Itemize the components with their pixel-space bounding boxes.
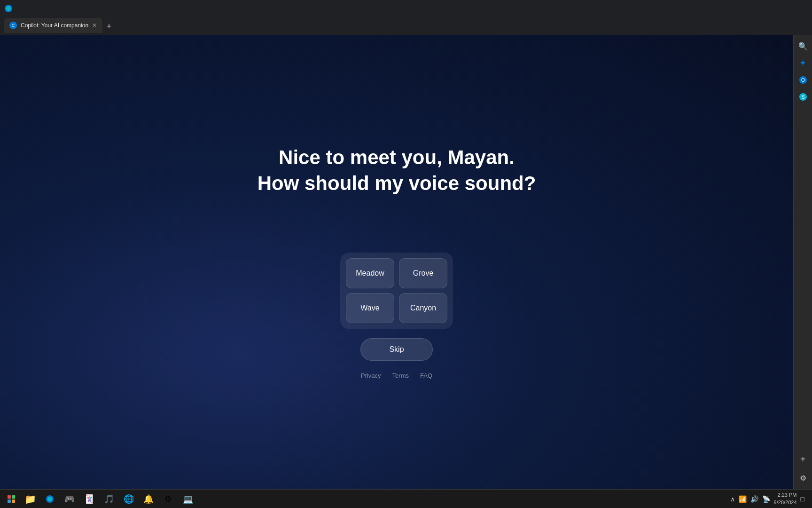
sidebar-search-icon[interactable]: 🔍 (796, 39, 811, 54)
taskbar-terminal[interactable]: 💻 (179, 490, 197, 508)
footer-links: Privacy Terms FAQ (361, 372, 432, 379)
tab-close-button[interactable]: ✕ (92, 22, 97, 29)
taskbar-notifications[interactable]: 🔔 (139, 490, 158, 508)
tab-favicon: C (9, 22, 17, 29)
sidebar-outlook-icon[interactable]: O (796, 72, 811, 87)
taskbar-music[interactable]: 🎵 (100, 490, 118, 508)
start-square-2 (12, 495, 15, 499)
skip-button[interactable]: Skip (360, 338, 432, 361)
title-bar (0, 0, 812, 17)
taskbar-icons: 📁 🎮 🃏 🎵 🌐 🔔 ⚙ 💻 (21, 490, 728, 508)
start-icon (8, 495, 15, 503)
privacy-link[interactable]: Privacy (361, 372, 381, 379)
voice-options-grid: Meadow Grove Wave Canyon (340, 253, 453, 329)
main-heading: Nice to meet you, Mayan. How should my v… (258, 145, 536, 196)
system-clock[interactable]: 2:23 PM 9/28/2024 (774, 492, 797, 506)
taskbar-gamecard[interactable]: 🃏 (80, 490, 99, 508)
window-controls (4, 4, 13, 13)
new-tab-button[interactable]: + (102, 20, 116, 33)
taskbar: 📁 🎮 🃏 🎵 🌐 🔔 ⚙ 💻 ∧ 📶 🔊 📡 2:23 PM 9/28/202… (0, 489, 812, 508)
system-tray-speaker[interactable]: 🔊 (750, 495, 758, 503)
taskbar-settings[interactable]: ⚙ (159, 490, 178, 508)
sidebar-add-icon[interactable]: + (796, 452, 811, 467)
voice-option-wave[interactable]: Wave (346, 293, 394, 323)
sidebar-skype-icon[interactable]: S (796, 89, 811, 104)
start-square-3 (8, 500, 11, 503)
sidebar-settings-icon[interactable]: ⚙ (796, 470, 811, 485)
heading-line1: Nice to meet you, Mayan. (258, 145, 536, 171)
browser-icon (4, 4, 13, 13)
start-button[interactable] (4, 492, 19, 507)
edge-sidebar: 🔍 ✦ O S + ⚙ (793, 35, 812, 489)
taskbar-chrome[interactable]: 🌐 (119, 490, 138, 508)
system-tray-network[interactable]: 📶 (739, 495, 747, 503)
notification-center[interactable]: □ (801, 495, 804, 503)
faq-link[interactable]: FAQ (420, 372, 432, 379)
taskbar-file-explorer[interactable]: 📁 (21, 490, 39, 508)
voice-option-canyon[interactable]: Canyon (399, 293, 447, 323)
voice-option-meadow[interactable]: Meadow (346, 258, 394, 288)
voice-option-grove[interactable]: Grove (399, 258, 447, 288)
start-square-4 (12, 500, 15, 503)
system-tray-wifi[interactable]: 📡 (762, 495, 770, 503)
start-square-1 (8, 495, 11, 499)
active-tab[interactable]: C Copilot: Your AI companion ✕ (4, 18, 102, 33)
svg-text:O: O (801, 78, 805, 83)
sidebar-copilot-icon[interactable]: ✦ (796, 56, 811, 71)
tabs-bar: C Copilot: Your AI companion ✕ + (0, 17, 812, 33)
system-date: 9/28/2024 (774, 499, 797, 506)
svg-text:S: S (801, 95, 804, 100)
terms-link[interactable]: Terms (392, 372, 409, 379)
system-time: 2:23 PM (774, 492, 797, 499)
system-tray-up-arrow[interactable]: ∧ (730, 495, 735, 503)
tab-title: Copilot: Your AI companion (21, 22, 88, 29)
heading-line2: How should my voice sound? (258, 171, 536, 197)
page-content: Nice to meet you, Mayan. How should my v… (0, 35, 793, 489)
taskbar-edge[interactable] (40, 490, 59, 508)
taskbar-steam[interactable]: 🎮 (60, 490, 79, 508)
taskbar-system-tray: ∧ 📶 🔊 📡 2:23 PM 9/28/2024 □ (730, 492, 808, 506)
